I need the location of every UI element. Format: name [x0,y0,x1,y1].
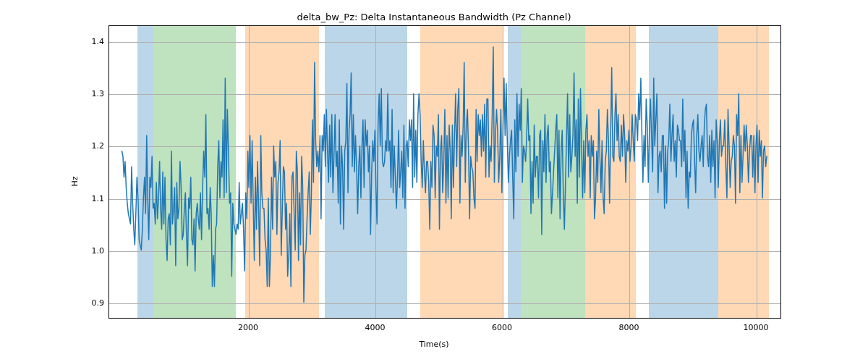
plot-area [109,25,781,319]
y-tick-label: 1.2 [92,141,105,151]
x-tick-label: 8000 [618,323,639,332]
axes [109,25,781,319]
x-tick-label: 10000 [743,323,768,332]
figure: delta_bw_Pz: Delta Instantaneous Bandwid… [0,0,868,362]
y-tick-label: 1.0 [92,245,105,255]
x-tick-label: 6000 [492,323,512,332]
signal-line [109,26,780,318]
x-axis-label: Time(s) [0,340,868,349]
y-tick-label: 1.3 [92,89,105,98]
x-tick-label: 2000 [238,323,258,332]
y-tick-label: 1.1 [92,193,105,203]
chart-title: delta_bw_Pz: Delta Instantaneous Bandwid… [0,12,868,22]
y-tick-label: 1.4 [92,36,105,46]
y-tick-label: 0.9 [92,298,105,308]
x-tick-label: 4000 [365,323,385,332]
y-axis-label: Hz [69,0,80,362]
